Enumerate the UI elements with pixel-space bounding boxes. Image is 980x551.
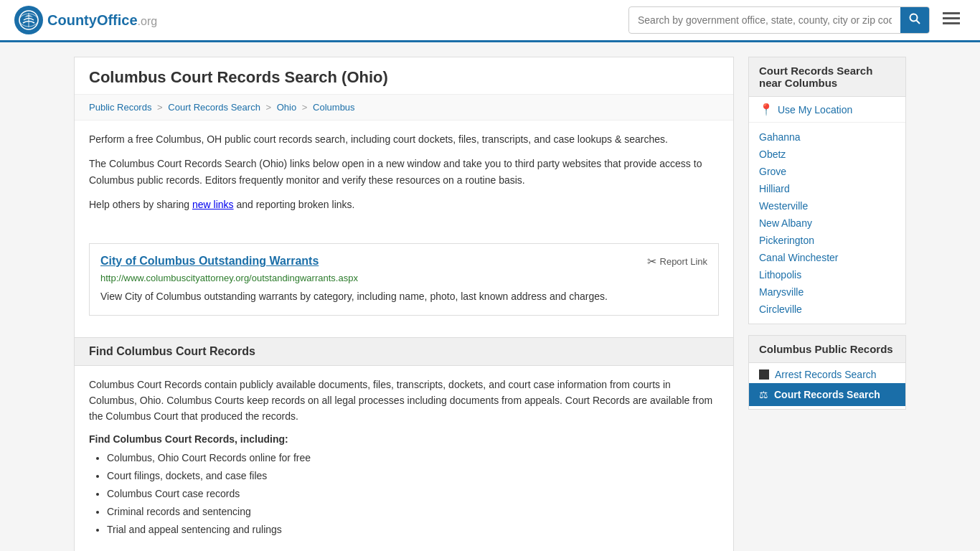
list-item: Canal Winchester [749,249,905,266]
report-icon: ✂ [647,255,656,268]
nearby-link-gahanna[interactable]: Gahanna [759,131,801,143]
section-body: Columbus Court Records contain publicly … [75,377,733,551]
list-item: Circleville [749,301,905,318]
list-item: Court filings, dockets, and case files [107,468,719,484]
search-button[interactable] [900,7,929,33]
nearby-link-pickerington[interactable]: Pickerington [759,235,814,246]
breadcrumb: Public Records > Court Records Search > … [75,95,733,121]
nearby-link-marysville[interactable]: Marysville [759,286,804,298]
record-card-header: City of Columbus Outstanding Warrants ✂ … [100,255,707,268]
court-records-link[interactable]: Court Records Search [774,389,880,400]
list-item: Criminal records and sentencing [107,504,719,519]
list-item: Arrest Records Search [749,366,905,383]
record-cards: City of Columbus Outstanding Warrants ✂ … [75,243,733,337]
logo-icon [14,6,43,34]
breadcrumb-ohio[interactable]: Ohio [277,102,296,113]
menu-button[interactable] [937,8,966,32]
list-item: Grove [749,163,905,180]
section-description: Columbus Court Records contain publicly … [89,377,719,425]
location-pin-icon: 📍 [759,103,773,116]
logo-area: CountyOffice.org [14,6,157,34]
list-heading: Find Columbus Court Records, including: [89,433,719,445]
nearby-link-new-albany[interactable]: New Albany [759,217,812,229]
list-item: Trial and appeal sentencing and rulings [107,522,719,537]
list-item: Columbus Court case records [107,486,719,501]
bullet-list: Columbus, Ohio Court Records online for … [89,451,719,537]
record-description: View City of Columbus outstanding warran… [100,289,707,304]
list-item: Obetz [749,146,905,163]
nearby-link-westerville[interactable]: Westerville [759,200,808,212]
public-records-links: Arrest Records Search ⚖ Court Records Se… [749,363,905,409]
page-title: Columbus Court Records Search (Ohio) [75,57,733,95]
list-item: Westerville [749,197,905,215]
svg-rect-5 [943,12,960,14]
list-item: Gahanna [749,128,905,146]
list-item: Lithopolis [749,266,905,283]
nearby-link-hilliard[interactable]: Hilliard [759,183,790,194]
use-location-link[interactable]: Use My Location [778,104,852,116]
search-bar [628,6,930,34]
site-header: CountyOffice.org [0,0,980,42]
public-records-title: Columbus Public Records [749,336,905,363]
nearby-link-lithopolis[interactable]: Lithopolis [759,269,801,281]
list-item: Hilliard [749,180,905,197]
report-link[interactable]: ✂ Report Link [647,255,707,268]
breadcrumb-court-records[interactable]: Court Records Search [168,102,260,113]
header-controls [628,6,966,34]
record-title-link[interactable]: City of Columbus Outstanding Warrants [100,255,319,268]
use-location[interactable]: 📍 Use My Location [749,97,905,123]
nearby-section-title: Court Records Search near Columbus [749,57,905,97]
svg-rect-7 [943,22,960,24]
public-records-section: Columbus Public Records Arrest Records S… [748,335,906,410]
nearby-link-obetz[interactable]: Obetz [759,149,786,160]
nearby-links-list: Gahanna Obetz Grove Hilliard Westerville… [749,123,905,324]
sidebar: Court Records Search near Columbus 📍 Use… [748,57,906,551]
breadcrumb-public-records[interactable]: Public Records [89,102,151,113]
intro-text-2: The Columbus Court Records Search (Ohio)… [89,156,719,188]
list-item: New Albany [749,215,905,232]
content-area: Columbus Court Records Search (Ohio) Pub… [74,57,734,551]
arrest-records-link[interactable]: Arrest Records Search [775,369,877,380]
record-card: City of Columbus Outstanding Warrants ✂ … [89,243,719,316]
content-body: Perform a free Columbus, OH public court… [75,121,733,232]
court-records-icon: ⚖ [759,389,768,400]
nearby-section: Court Records Search near Columbus 📍 Use… [748,57,906,324]
list-item-active: ⚖ Court Records Search [749,383,905,406]
logo-name: CountyOffice [47,12,138,28]
intro-text-1: Perform a free Columbus, OH public court… [89,131,719,147]
list-item: Marysville [749,283,905,301]
list-item: Columbus, Ohio Court Records online for … [107,451,719,466]
svg-rect-6 [943,17,960,19]
record-url[interactable]: http://www.columbuscityattorney.org/outs… [100,273,707,283]
nearby-link-grove[interactable]: Grove [759,166,786,177]
search-input[interactable] [629,9,900,32]
logo-suffix: .org [138,15,158,27]
new-links-link[interactable]: new links [192,199,234,210]
breadcrumb-columbus[interactable]: Columbus [313,102,355,113]
arrest-icon [759,369,769,380]
section-header: Find Columbus Court Records [75,337,733,366]
svg-line-4 [917,21,920,24]
nearby-link-canal-winchester[interactable]: Canal Winchester [759,252,839,263]
list-item: Pickerington [749,232,905,249]
main-container: Columbus Court Records Search (Ohio) Pub… [60,57,920,551]
intro-text-3: Help others by sharing new links and rep… [89,197,719,212]
svg-point-3 [910,14,918,22]
logo-text: CountyOffice.org [47,12,157,29]
nearby-link-circleville[interactable]: Circleville [759,303,802,315]
